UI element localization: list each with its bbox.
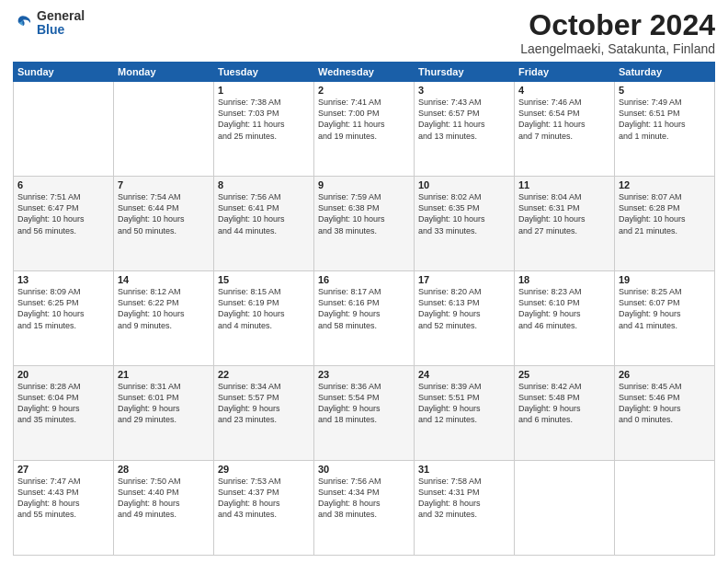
day-info: Sunrise: 8:07 AM Sunset: 6:28 PM Dayligh… <box>619 191 711 236</box>
day-info: Sunrise: 8:23 AM Sunset: 6:10 PM Dayligh… <box>518 286 610 331</box>
calendar-cell <box>615 461 715 556</box>
day-number: 26 <box>619 369 711 380</box>
logo-blue: Blue <box>37 23 85 37</box>
calendar-week-row: 27Sunrise: 7:47 AM Sunset: 4:43 PM Dayli… <box>14 461 715 556</box>
calendar-cell <box>14 82 114 177</box>
day-info: Sunrise: 8:42 AM Sunset: 5:48 PM Dayligh… <box>518 381 610 426</box>
calendar-cell: 24Sunrise: 8:39 AM Sunset: 5:51 PM Dayli… <box>415 366 515 461</box>
day-number: 4 <box>518 85 610 96</box>
calendar-cell: 16Sunrise: 8:17 AM Sunset: 6:16 PM Dayli… <box>314 271 415 366</box>
calendar-title: October 2024 <box>520 9 715 41</box>
calendar-cell: 14Sunrise: 8:12 AM Sunset: 6:22 PM Dayli… <box>114 271 214 366</box>
day-info: Sunrise: 8:17 AM Sunset: 6:16 PM Dayligh… <box>318 286 410 331</box>
header-friday: Friday <box>515 63 615 82</box>
day-info: Sunrise: 8:34 AM Sunset: 5:57 PM Dayligh… <box>218 381 310 426</box>
day-info: Sunrise: 7:41 AM Sunset: 7:00 PM Dayligh… <box>318 97 410 142</box>
header-saturday: Saturday <box>615 63 715 82</box>
calendar-cell: 17Sunrise: 8:20 AM Sunset: 6:13 PM Dayli… <box>415 271 515 366</box>
day-info: Sunrise: 8:15 AM Sunset: 6:19 PM Dayligh… <box>218 286 310 331</box>
calendar-cell: 1Sunrise: 7:38 AM Sunset: 7:03 PM Daylig… <box>214 82 314 177</box>
day-info: Sunrise: 8:36 AM Sunset: 5:54 PM Dayligh… <box>318 381 410 426</box>
day-info: Sunrise: 7:51 AM Sunset: 6:47 PM Dayligh… <box>17 191 109 236</box>
day-info: Sunrise: 8:04 AM Sunset: 6:31 PM Dayligh… <box>518 191 610 236</box>
calendar-cell: 22Sunrise: 8:34 AM Sunset: 5:57 PM Dayli… <box>214 366 314 461</box>
day-number: 15 <box>218 274 310 285</box>
day-number: 22 <box>218 369 310 380</box>
day-number: 19 <box>619 274 711 285</box>
day-number: 28 <box>118 464 210 475</box>
header-wednesday: Wednesday <box>314 63 415 82</box>
calendar-cell: 13Sunrise: 8:09 AM Sunset: 6:25 PM Dayli… <box>14 271 114 366</box>
day-info: Sunrise: 8:20 AM Sunset: 6:13 PM Dayligh… <box>418 286 510 331</box>
day-info: Sunrise: 7:50 AM Sunset: 4:40 PM Dayligh… <box>118 476 210 521</box>
day-number: 11 <box>518 179 610 190</box>
calendar-cell: 4Sunrise: 7:46 AM Sunset: 6:54 PM Daylig… <box>515 82 615 177</box>
day-info: Sunrise: 7:56 AM Sunset: 4:34 PM Dayligh… <box>318 476 410 521</box>
header-tuesday: Tuesday <box>214 63 314 82</box>
day-number: 16 <box>318 274 410 285</box>
calendar-cell: 8Sunrise: 7:56 AM Sunset: 6:41 PM Daylig… <box>214 177 314 271</box>
title-block: October 2024 Laengelmaeki, Satakunta, Fi… <box>520 9 715 56</box>
calendar-cell: 9Sunrise: 7:59 AM Sunset: 6:38 PM Daylig… <box>314 177 415 271</box>
calendar-cell: 19Sunrise: 8:25 AM Sunset: 6:07 PM Dayli… <box>615 271 715 366</box>
day-info: Sunrise: 7:49 AM Sunset: 6:51 PM Dayligh… <box>619 97 711 142</box>
day-info: Sunrise: 8:45 AM Sunset: 5:46 PM Dayligh… <box>619 381 711 426</box>
calendar-cell: 18Sunrise: 8:23 AM Sunset: 6:10 PM Dayli… <box>515 271 615 366</box>
day-info: Sunrise: 8:25 AM Sunset: 6:07 PM Dayligh… <box>619 286 711 331</box>
day-number: 13 <box>17 274 109 285</box>
day-number: 18 <box>518 274 610 285</box>
day-number: 25 <box>518 369 610 380</box>
calendar-cell: 23Sunrise: 8:36 AM Sunset: 5:54 PM Dayli… <box>314 366 415 461</box>
day-number: 1 <box>218 85 310 96</box>
day-info: Sunrise: 7:43 AM Sunset: 6:57 PM Dayligh… <box>418 97 510 142</box>
calendar-table: Sunday Monday Tuesday Wednesday Thursday… <box>13 62 715 556</box>
day-number: 7 <box>118 179 210 190</box>
logo-bird-icon <box>13 13 33 33</box>
calendar-cell <box>114 82 214 177</box>
day-info: Sunrise: 7:54 AM Sunset: 6:44 PM Dayligh… <box>118 191 210 236</box>
page-header: General Blue October 2024 Laengelmaeki, … <box>13 9 715 56</box>
calendar-week-row: 1Sunrise: 7:38 AM Sunset: 7:03 PM Daylig… <box>14 82 715 177</box>
calendar-cell: 11Sunrise: 8:04 AM Sunset: 6:31 PM Dayli… <box>515 177 615 271</box>
day-number: 6 <box>17 179 109 190</box>
calendar-cell: 10Sunrise: 8:02 AM Sunset: 6:35 PM Dayli… <box>415 177 515 271</box>
day-info: Sunrise: 7:38 AM Sunset: 7:03 PM Dayligh… <box>218 97 310 142</box>
day-number: 12 <box>619 179 711 190</box>
calendar-cell: 5Sunrise: 7:49 AM Sunset: 6:51 PM Daylig… <box>615 82 715 177</box>
day-number: 9 <box>318 179 410 190</box>
calendar-cell: 6Sunrise: 7:51 AM Sunset: 6:47 PM Daylig… <box>14 177 114 271</box>
day-info: Sunrise: 8:09 AM Sunset: 6:25 PM Dayligh… <box>17 286 109 331</box>
day-number: 31 <box>418 464 510 475</box>
day-number: 2 <box>318 85 410 96</box>
day-info: Sunrise: 8:31 AM Sunset: 6:01 PM Dayligh… <box>118 381 210 426</box>
day-number: 24 <box>418 369 510 380</box>
day-number: 21 <box>118 369 210 380</box>
day-number: 30 <box>318 464 410 475</box>
day-number: 27 <box>17 464 109 475</box>
day-info: Sunrise: 7:56 AM Sunset: 6:41 PM Dayligh… <box>218 191 310 236</box>
calendar-header-row: Sunday Monday Tuesday Wednesday Thursday… <box>14 63 715 82</box>
calendar-cell: 29Sunrise: 7:53 AM Sunset: 4:37 PM Dayli… <box>214 461 314 556</box>
calendar-location: Laengelmaeki, Satakunta, Finland <box>520 41 715 56</box>
header-monday: Monday <box>114 63 214 82</box>
calendar-cell: 15Sunrise: 8:15 AM Sunset: 6:19 PM Dayli… <box>214 271 314 366</box>
calendar-cell: 26Sunrise: 8:45 AM Sunset: 5:46 PM Dayli… <box>615 366 715 461</box>
day-number: 8 <box>218 179 310 190</box>
day-number: 14 <box>118 274 210 285</box>
calendar-week-row: 13Sunrise: 8:09 AM Sunset: 6:25 PM Dayli… <box>14 271 715 366</box>
calendar-cell: 25Sunrise: 8:42 AM Sunset: 5:48 PM Dayli… <box>515 366 615 461</box>
calendar-cell: 27Sunrise: 7:47 AM Sunset: 4:43 PM Dayli… <box>14 461 114 556</box>
calendar-cell: 2Sunrise: 7:41 AM Sunset: 7:00 PM Daylig… <box>314 82 415 177</box>
logo-text: General Blue <box>37 9 85 38</box>
day-info: Sunrise: 7:58 AM Sunset: 4:31 PM Dayligh… <box>418 476 510 521</box>
day-number: 5 <box>619 85 711 96</box>
day-info: Sunrise: 7:53 AM Sunset: 4:37 PM Dayligh… <box>218 476 310 521</box>
day-number: 29 <box>218 464 310 475</box>
day-number: 17 <box>418 274 510 285</box>
day-info: Sunrise: 8:28 AM Sunset: 6:04 PM Dayligh… <box>17 381 109 426</box>
day-number: 10 <box>418 179 510 190</box>
calendar-cell: 3Sunrise: 7:43 AM Sunset: 6:57 PM Daylig… <box>415 82 515 177</box>
calendar-cell: 7Sunrise: 7:54 AM Sunset: 6:44 PM Daylig… <box>114 177 214 271</box>
calendar-cell: 12Sunrise: 8:07 AM Sunset: 6:28 PM Dayli… <box>615 177 715 271</box>
day-info: Sunrise: 8:39 AM Sunset: 5:51 PM Dayligh… <box>418 381 510 426</box>
